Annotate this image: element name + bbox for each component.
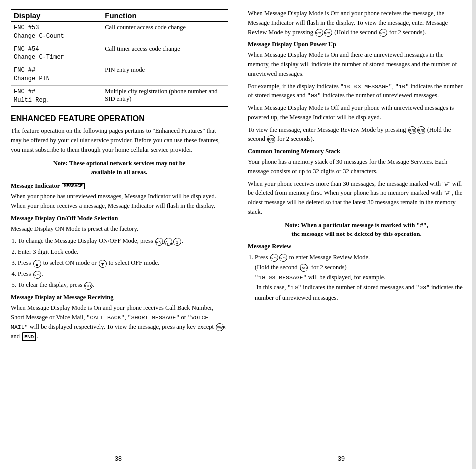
- list-item: To clear the display, press CLR.: [18, 280, 228, 290]
- rs-key-6: R/S: [267, 135, 275, 143]
- list-item: Enter 3 digit Lock code.: [18, 247, 228, 257]
- table-header-display: Display: [11, 9, 102, 22]
- end-key: END: [22, 332, 36, 341]
- note-bold: Note: These optional network services ma…: [11, 159, 228, 178]
- page-number-left: 38: [115, 455, 122, 462]
- table-row: FNC ##Change PIN PIN entry mode: [11, 64, 228, 86]
- rs-key-7: R/S: [270, 254, 278, 262]
- message-review-steps: Press R/SR/S to enter Message Review Mod…: [255, 252, 465, 303]
- message-indicator-title: Message Indicator MESSAGE: [11, 182, 228, 190]
- table-row: FNC #53Change C-Count Call counter acces…: [11, 22, 228, 43]
- message-indicator-body: When your phone has unreviewed messages,…: [11, 192, 228, 211]
- message-display-power-up-example: For example, if the display indicates "1…: [248, 82, 465, 101]
- down-key: ▼: [99, 260, 107, 268]
- fnc-key: FNC: [155, 238, 163, 246]
- common-incoming-note: Note: When a particular message is marke…: [248, 221, 465, 239]
- message-display-power-up-body1: When Message Display Mode is On and ther…: [248, 50, 465, 78]
- message-display-off-body: When Message Display Mode is Off and you…: [248, 9, 465, 37]
- 7pns-key: 7PNS: [164, 238, 172, 246]
- table-cell-display: FNC #53Change C-Count: [11, 22, 102, 43]
- message-display-power-up-body3: To view the message, enter Message Revie…: [248, 125, 465, 144]
- list-item: Press ▲ to select ON mode or ▼ to select…: [18, 258, 228, 268]
- message-indicator-icon: MESSAGE: [62, 183, 85, 189]
- table-cell-function: PIN entry mode: [102, 64, 228, 86]
- table-cell-display: FNC ##Change PIN: [11, 64, 102, 86]
- table-cell-display: FNC ##Multi Reg.: [11, 85, 102, 107]
- left-column: Display Function FNC #53Change C-Count C…: [0, 0, 238, 469]
- rs-key-8: R/S: [279, 254, 287, 262]
- message-display-onoff-steps: To change the Message Display ON/OFF Mod…: [18, 236, 228, 290]
- table-row: FNC ##Multi Reg. Multiple city registrat…: [11, 85, 228, 107]
- message-display-receiving-body: When Message Display Mode is On and your…: [11, 303, 228, 341]
- message-display-onoff-title: Message Display On/Off Mode Selection: [11, 215, 228, 222]
- rs-key-5: R/S: [417, 126, 425, 134]
- message-display-receiving-title: Message Display at Message Receiving: [11, 294, 228, 301]
- enhanced-feature-section: ENHANCED FEATURE OPERATION The feature o…: [11, 114, 228, 341]
- common-incoming-title: Common Incoming Memory Stack: [248, 148, 465, 155]
- table-cell-display: FNC #54Change C-Timer: [11, 43, 102, 64]
- table-header-function: Function: [102, 9, 228, 22]
- list-item: Press R/S.: [18, 269, 228, 279]
- table-cell-function: Call timer access code change: [102, 43, 228, 64]
- list-item: Press R/SR/S to enter Message Review Mod…: [255, 252, 465, 303]
- table-cell-function: Multiple city registration (phone number…: [102, 85, 228, 107]
- section-title: ENHANCED FEATURE OPERATION: [11, 114, 228, 123]
- 1-key: 1: [173, 238, 181, 246]
- pwr-key: PWR: [216, 323, 224, 331]
- rs-key-3: R/S: [379, 29, 387, 37]
- message-display-onoff-intro: Message Display ON Mode is preset at the…: [11, 224, 228, 234]
- table-cell-function: Call counter access code change: [102, 22, 228, 43]
- rs-key: R/S: [33, 271, 41, 279]
- list-item: To change the Message Display ON/OFF Mod…: [18, 236, 228, 246]
- message-display-power-up-title: Message Display Upon Power Up: [248, 41, 465, 48]
- right-column: When Message Display Mode is Off and you…: [238, 0, 476, 469]
- common-incoming-body2: When your phone receives more than 30 me…: [248, 179, 465, 217]
- page-container: Display Function FNC #53Change C-Count C…: [0, 0, 476, 469]
- table-row: FNC #54Change C-Timer Call timer access …: [11, 43, 228, 64]
- message-review-title: Message Review: [248, 243, 465, 250]
- display-function-table: Display Function FNC #53Change C-Count C…: [11, 9, 228, 107]
- clr-key: CLR: [84, 282, 92, 290]
- message-display-power-up-body2: When Message Display Mode is Off and you…: [248, 103, 465, 122]
- up-key: ▲: [33, 260, 41, 268]
- page-number-right: 39: [338, 455, 345, 462]
- rs-key-9: R/S: [300, 264, 308, 272]
- rs-key-4: R/S: [408, 126, 416, 134]
- common-incoming-body1: Your phone has a memory stack of 30 mess…: [248, 157, 465, 176]
- rs-key-2: R/S: [324, 29, 332, 37]
- rs-key-1: R/S: [315, 29, 323, 37]
- section-intro: The feature operation on the following p…: [11, 126, 228, 154]
